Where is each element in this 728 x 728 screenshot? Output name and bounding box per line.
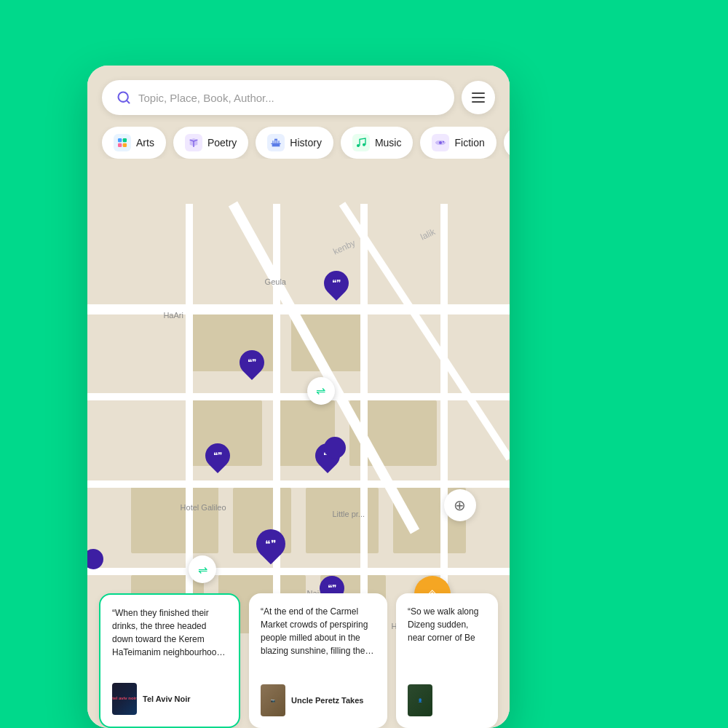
history-label: History bbox=[290, 137, 322, 149]
quote-text-1: “When they finished their drinks, the th… bbox=[112, 606, 227, 659]
poetry-label: Poetry bbox=[207, 137, 237, 149]
category-history[interactable]: History bbox=[256, 127, 333, 159]
search-placeholder-text: Topic, Place, Book, Author... bbox=[138, 92, 274, 104]
map-label-little-pr: Little pr... bbox=[332, 510, 365, 518]
category-music[interactable]: Music bbox=[341, 127, 414, 159]
map-pin-2[interactable]: ❝❞ bbox=[240, 350, 264, 375]
svg-point-36 bbox=[439, 141, 442, 144]
svg-point-34 bbox=[363, 143, 365, 146]
fiction-icon bbox=[432, 134, 449, 151]
svg-rect-28 bbox=[123, 138, 127, 142]
app-container: kenby lalik Geula HaAri Hotel Galileo Li… bbox=[87, 66, 510, 728]
poetry-icon bbox=[185, 134, 202, 151]
card-bottom-2: 📷 Uncle Peretz Takes bbox=[261, 684, 376, 716]
category-arts[interactable]: Arts bbox=[102, 127, 166, 159]
quote-card-2[interactable]: “At the end of the Carmel Market crowds … bbox=[249, 593, 387, 728]
cards-area: “When they finished their drinks, the th… bbox=[87, 593, 510, 728]
card-bottom-3: 👤 bbox=[408, 684, 486, 716]
map-label-hotel-galileo: Hotel Galileo bbox=[181, 503, 226, 512]
svg-point-37 bbox=[443, 141, 444, 143]
category-fiction[interactable]: Fiction bbox=[420, 127, 496, 159]
arts-label: Arts bbox=[136, 137, 154, 149]
svg-rect-32 bbox=[274, 139, 277, 141]
menu-button[interactable] bbox=[462, 81, 495, 114]
music-icon bbox=[352, 134, 370, 151]
search-bar[interactable]: Topic, Place, Book, Author... bbox=[102, 80, 454, 115]
map-pin-green[interactable]: ❝❞ bbox=[256, 529, 285, 558]
book-cover-1: tel aviv noir bbox=[112, 683, 137, 715]
book-title-2: Uncle Peretz Takes bbox=[291, 696, 363, 705]
book-cover-3: 👤 bbox=[408, 684, 432, 716]
menu-lines-icon bbox=[472, 92, 485, 103]
card-bottom-1: tel aviv noir Tel Aviv Noir bbox=[112, 683, 227, 715]
category-romance[interactable]: Romance bbox=[504, 127, 510, 159]
quote-text-2: “At the end of the Carmel Market crowds … bbox=[261, 605, 376, 657]
map-pin-white-2[interactable]: ⇌ bbox=[189, 555, 216, 583]
search-area: Topic, Place, Book, Author... bbox=[102, 80, 495, 115]
map-label-geula: Geula bbox=[265, 277, 286, 286]
fiction-label: Fiction bbox=[454, 137, 484, 149]
map-pin-3[interactable]: ❝❞ bbox=[205, 443, 230, 468]
svg-point-33 bbox=[357, 144, 360, 147]
history-icon bbox=[267, 134, 285, 151]
quote-card-1[interactable]: “When they finished their drinks, the th… bbox=[99, 593, 240, 728]
map-pin-1[interactable]: ❝❞ bbox=[324, 271, 349, 296]
svg-rect-30 bbox=[123, 143, 127, 147]
music-label: Music bbox=[375, 137, 402, 149]
search-icon bbox=[116, 90, 131, 105]
map-label-haari: HaAri bbox=[163, 311, 183, 320]
svg-line-26 bbox=[127, 100, 130, 103]
arts-icon bbox=[114, 134, 131, 151]
book-title-1: Tel Aviv Noir bbox=[143, 695, 191, 703]
svg-rect-6 bbox=[131, 480, 218, 553]
category-poetry[interactable]: Poetry bbox=[173, 127, 248, 159]
map-pin-solid[interactable] bbox=[324, 437, 346, 459]
svg-rect-29 bbox=[118, 143, 122, 147]
quote-card-3[interactable]: “So we walk along Dizeng sudden, near co… bbox=[396, 593, 498, 728]
book-cover-2: 📷 bbox=[261, 684, 285, 716]
map-pin-left-edge bbox=[87, 549, 103, 569]
categories-row: Arts Poetry History bbox=[87, 127, 510, 159]
map-pin-white-1[interactable]: ⇌ bbox=[307, 377, 335, 405]
svg-rect-27 bbox=[118, 138, 122, 142]
location-button[interactable]: ⊕ bbox=[444, 489, 476, 521]
quote-text-3: “So we walk along Dizeng sudden, near co… bbox=[408, 605, 486, 644]
